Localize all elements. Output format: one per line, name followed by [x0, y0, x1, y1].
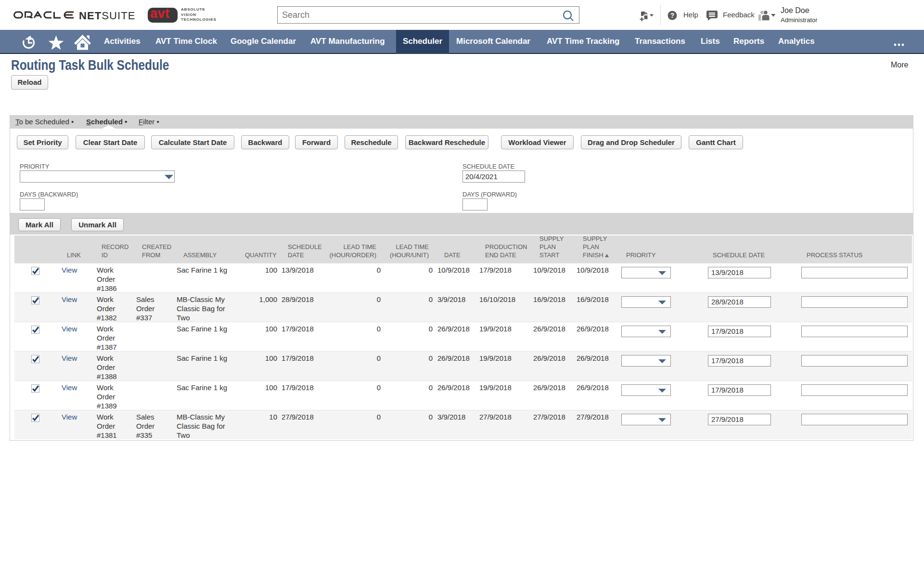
svg-text:?: ?: [670, 12, 675, 19]
